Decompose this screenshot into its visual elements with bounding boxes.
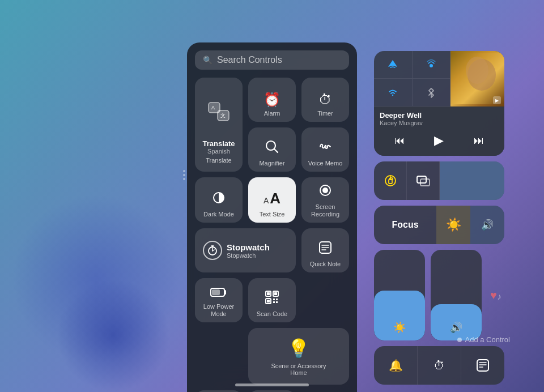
low-power-tile[interactable]: Low PowerMode — [195, 278, 243, 322]
svg-rect-26 — [267, 300, 270, 302]
dark-mode-icon — [211, 190, 226, 208]
svg-line-5 — [274, 149, 278, 152]
stopwatch-sublabel: Stopwatch — [227, 252, 270, 259]
scan-code-tile[interactable]: Scan Code — [248, 278, 296, 322]
timer-icon: ⏱ — [318, 92, 332, 108]
svg-rect-39 — [389, 180, 392, 184]
add-control-area[interactable]: Add a Control — [457, 335, 511, 344]
voice-memo-icon — [318, 139, 333, 157]
home-indicator — [235, 384, 309, 386]
now-playing-top: ▶ — [374, 51, 504, 106]
timer-label: Timer — [317, 110, 333, 117]
low-power-label: Low PowerMode — [203, 303, 234, 318]
bluetooth-button[interactable] — [413, 79, 451, 106]
low-power-icon — [210, 285, 227, 301]
now-playing-info: Deeper Well Kacey Musgrav ⏮ ▶ ⏭ — [374, 106, 504, 156]
magnifier-tile[interactable]: Magnifier — [248, 127, 296, 172]
svg-text:文: 文 — [220, 113, 226, 118]
connectivity-grid — [374, 51, 450, 106]
screen-recording-tile[interactable]: ScreenRecording — [301, 177, 349, 223]
add-control-dot — [457, 338, 462, 342]
translate-icon: A 文 — [207, 101, 230, 126]
timer-tile[interactable]: ⏱ Timer — [301, 78, 349, 122]
svg-rect-24 — [267, 292, 270, 295]
svg-rect-42 — [477, 360, 488, 371]
svg-point-37 — [466, 57, 488, 84]
album-art: ▶ — [450, 51, 504, 106]
small-a: A — [264, 196, 269, 205]
home-scene-icon: 💡 — [287, 338, 310, 359]
right-spacer-1 — [440, 161, 504, 200]
text-size-tile[interactable]: A A Text Size — [248, 177, 296, 223]
airplay-overlay: ▶ — [493, 96, 501, 104]
search-placeholder: Search Controls — [217, 55, 282, 65]
scan-code-icon — [265, 290, 279, 308]
focus-label-area: Focus — [374, 206, 436, 244]
track-title: Deeper Well — [380, 111, 499, 120]
add-control-label: Add a Control — [465, 335, 511, 344]
volume-slider[interactable]: 🔊 — [431, 250, 482, 340]
notes-button[interactable] — [461, 346, 504, 385]
bottom-row: 🔔 ⏱ — [374, 346, 504, 385]
play-pause-button[interactable]: ▶ — [432, 131, 446, 150]
quick-note-tile[interactable]: Quick Note — [301, 228, 349, 272]
control-center-panel: 🔍 Search Controls A 文 Translate Spanish … — [187, 42, 357, 392]
svg-point-33 — [430, 64, 433, 67]
now-playing-widget: ▶ Deeper Well Kacey Musgrav ⏮ ▶ ⏭ — [374, 51, 504, 156]
brightness-slider[interactable]: ☀️ — [374, 250, 425, 340]
stopwatch-tile[interactable]: Stopwatch Stopwatch — [195, 228, 296, 272]
screen-recording-label: ScreenRecording — [311, 203, 339, 218]
sliders-row: ☀️ 🔊 ♥ ♪ — [374, 250, 504, 340]
scan-code-label: Scan Code — [257, 310, 287, 318]
home-label: Home — [290, 369, 307, 376]
big-a: A — [270, 190, 280, 207]
svg-rect-29 — [273, 301, 275, 303]
bell-button[interactable]: 🔔 — [374, 346, 418, 385]
svg-rect-19 — [224, 290, 226, 295]
quick-note-icon — [318, 240, 333, 258]
timer-button[interactable]: ⏱ — [418, 346, 461, 385]
home-tile[interactable]: 💡 Scene or Accessory Home — [248, 328, 349, 385]
cc-grid: A 文 Translate Spanish Translate ⏰ Alarm … — [195, 78, 349, 392]
search-bar[interactable]: 🔍 Search Controls — [195, 50, 349, 70]
alarm-label: Alarm — [264, 110, 280, 117]
stopwatch-title: Stopwatch — [227, 242, 270, 252]
focus-label: Focus — [392, 220, 418, 230]
home-scene-label: Scene or Accessory — [271, 363, 326, 369]
music-note-icon: ♪ — [497, 292, 502, 302]
svg-rect-27 — [273, 299, 275, 300]
svg-rect-30 — [276, 301, 278, 303]
wifi-button[interactable] — [374, 79, 413, 106]
translate-language: Spanish — [207, 148, 230, 155]
alarm-tile[interactable]: ⏰ Alarm — [248, 78, 296, 122]
quick-note-label: Quick Note — [310, 261, 341, 268]
translate-tile[interactable]: A 文 Translate Spanish Translate — [195, 78, 243, 172]
stopwatch-labels: Stopwatch Stopwatch — [227, 242, 270, 259]
alarm-icon: ⏰ — [264, 92, 280, 108]
sun-brightness-button[interactable]: ☀️ — [436, 206, 470, 244]
text-size-visual: A A — [264, 190, 280, 207]
voice-memo-label: Voice Memo — [308, 160, 343, 167]
magnifier-label: Magnifier — [259, 160, 284, 167]
translate-bottom: Translate — [206, 157, 231, 164]
rewind-button[interactable]: ⏮ — [392, 133, 407, 149]
screen-mirror-button[interactable] — [407, 161, 440, 200]
airplane-mode-button[interactable] — [374, 51, 413, 79]
volume-icon-button[interactable]: 🔊 — [470, 206, 504, 244]
screen-recording-icon — [318, 183, 333, 201]
volume-icon: 🔊 — [450, 321, 462, 334]
airdrop-button[interactable] — [413, 51, 451, 79]
svg-rect-25 — [274, 292, 277, 295]
heart-music-col: ♥ ♪ — [487, 250, 504, 340]
svg-rect-20 — [212, 289, 220, 295]
svg-point-8 — [322, 188, 328, 193]
lock-screen-row — [374, 161, 504, 200]
dark-mode-label: Dark Mode — [203, 211, 234, 218]
dark-mode-tile[interactable]: Dark Mode — [195, 177, 243, 223]
focus-row: Focus ☀️ 🔊 — [374, 206, 504, 244]
magnifier-icon — [265, 139, 279, 157]
voice-memo-tile[interactable]: Voice Memo — [301, 127, 349, 172]
lock-rotation-button[interactable] — [374, 161, 407, 200]
fast-forward-button[interactable]: ⏭ — [471, 133, 486, 149]
track-artist: Kacey Musgrav — [380, 120, 499, 126]
